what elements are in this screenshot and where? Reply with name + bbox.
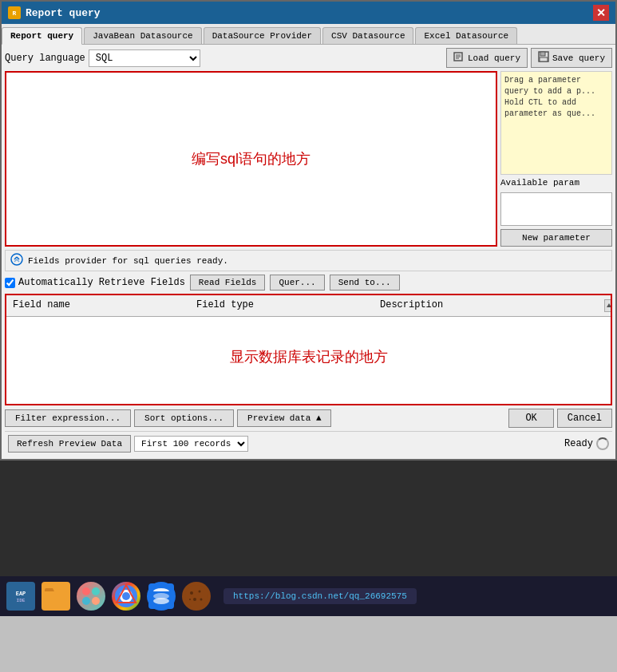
status-icon — [10, 253, 23, 268]
sort-options-button[interactable]: Sort options... — [134, 409, 234, 427]
taskbar-chrome-icon[interactable] — [112, 582, 140, 611]
tab-datasource-provider[interactable]: DataSource Provider — [204, 27, 321, 44]
editor-placeholder: 编写sql语句的地方 — [192, 149, 310, 168]
auto-retrieve-label: Automatically Retrieve Fields — [18, 277, 185, 288]
save-icon — [538, 51, 549, 65]
footer-bar: Refresh Preview Data First 100 records F… — [5, 431, 612, 456]
refresh-preview-button[interactable]: Refresh Preview Data — [8, 435, 131, 453]
auto-retrieve-row: Automatically Retrieve Fields — [5, 277, 185, 288]
taskbar-url: https://blog.csdn.net/qq_26692575 — [223, 588, 417, 604]
svg-point-31 — [153, 593, 169, 599]
status-text: Fields provider for sql queries ready. — [28, 256, 228, 266]
title-bar-left: R Report query — [8, 6, 101, 19]
params-list — [500, 192, 612, 226]
table-placeholder: 显示数据库表记录的地方 — [230, 347, 388, 366]
svg-line-11 — [17, 257, 19, 259]
available-params-label: Available param — [500, 178, 612, 188]
fields-toolbar: Automatically Retrieve Fields Read Field… — [5, 275, 612, 291]
save-query-button[interactable]: Save query — [531, 48, 612, 68]
svg-point-33 — [190, 591, 193, 595]
svg-marker-14 — [607, 303, 611, 307]
bottom-toolbar: Filter expression... Sort options... Pre… — [5, 409, 612, 428]
records-select[interactable]: First 100 records First 50 records All r… — [134, 436, 248, 452]
svg-text:R: R — [13, 10, 17, 17]
bottom-toolbar-right: OK Cancel — [508, 409, 612, 428]
cancel-button[interactable]: Cancel — [557, 409, 612, 428]
load-query-button[interactable]: Load query — [446, 48, 528, 68]
new-param-button[interactable]: New parameter — [500, 229, 612, 247]
app-icon: R — [8, 6, 21, 19]
send-to-button[interactable]: Send to... — [330, 275, 400, 291]
ok-button[interactable]: OK — [508, 409, 553, 428]
query-button[interactable]: Quer... — [270, 275, 324, 291]
load-icon — [453, 51, 465, 65]
tab-csv[interactable]: CSV Datasource — [322, 27, 413, 44]
svg-text:IDE: IDE — [17, 598, 26, 603]
spinner-icon — [596, 437, 609, 450]
right-panel: Drag a parameter query to add a p... Hol… — [500, 71, 612, 247]
hint-text: Drag a parameter query to add a p... Hol… — [504, 76, 595, 118]
col-description: Description — [374, 298, 598, 314]
svg-point-32 — [185, 585, 208, 607]
close-button[interactable]: ✕ — [593, 5, 609, 21]
toolbar-right: Load query Save query — [446, 48, 612, 68]
query-lang-row: Query language SQL HQL — [5, 48, 612, 68]
save-query-label: Save query — [552, 53, 605, 63]
query-lang-label: Query language — [5, 53, 85, 64]
preview-data-button[interactable]: Preview data ▲ — [237, 409, 331, 427]
svg-point-34 — [199, 591, 201, 593]
taskbar: EAP IDE — [0, 576, 617, 616]
title-bar: R Report query ✕ — [2, 2, 615, 24]
query-editor[interactable]: 编写sql语句的地方 — [5, 71, 497, 247]
svg-point-20 — [82, 587, 90, 595]
svg-rect-7 — [540, 52, 545, 56]
fields-table-header: Field name Field type Description — [6, 295, 611, 317]
tab-excel[interactable]: Excel Datasource — [415, 27, 517, 44]
auto-retrieve-checkbox[interactable] — [5, 278, 15, 288]
ready-label: Ready — [564, 438, 593, 449]
load-query-label: Load query — [468, 53, 520, 63]
query-lang-select[interactable]: SQL HQL — [89, 49, 200, 67]
svg-point-23 — [92, 597, 100, 605]
main-window: R Report query ✕ Report query JavaBean D… — [0, 0, 617, 461]
background-area: EAP IDE — [0, 461, 617, 616]
taskbar-cookie-icon[interactable] — [182, 582, 211, 611]
svg-point-37 — [189, 599, 191, 600]
content-area: Query language SQL HQL — [2, 45, 615, 459]
svg-point-35 — [193, 598, 196, 601]
svg-rect-8 — [540, 57, 548, 61]
read-fields-button[interactable]: Read Fields — [190, 275, 266, 291]
tab-bar: Report query JavaBean Datasource DataSou… — [2, 24, 615, 45]
tab-report-query[interactable]: Report query — [2, 27, 82, 45]
window-title: Report query — [26, 7, 101, 19]
svg-point-19 — [80, 585, 102, 607]
col-scroll — [598, 298, 611, 314]
tab-javabean[interactable]: JavaBean Datasource — [84, 27, 201, 44]
ready-status: Ready — [564, 437, 609, 450]
taskbar-apps-icon[interactable] — [77, 582, 105, 611]
taskbar-db-icon[interactable] — [147, 582, 176, 611]
taskbar-folder-icon[interactable] — [42, 582, 70, 611]
query-lang-left: Query language SQL HQL — [5, 49, 200, 67]
fields-table-body: 显示数据库表记录的地方 — [6, 317, 611, 397]
hint-box: Drag a parameter query to add a p... Hol… — [500, 71, 612, 175]
svg-line-13 — [17, 259, 19, 262]
svg-point-21 — [92, 587, 100, 595]
bottom-toolbar-left: Filter expression... Sort options... Pre… — [5, 409, 331, 427]
main-area: 编写sql语句的地方 Drag a parameter query to add… — [5, 71, 612, 247]
taskbar-ide-icon[interactable]: EAP IDE — [6, 582, 35, 611]
fields-table: Field name Field type Description 显示数据库表… — [5, 294, 612, 405]
col-field-type: Field type — [190, 298, 374, 314]
svg-point-36 — [200, 599, 203, 601]
svg-text:EAP: EAP — [16, 591, 26, 597]
filter-expression-button[interactable]: Filter expression... — [5, 409, 131, 427]
col-field-name: Field name — [6, 298, 190, 314]
svg-point-22 — [82, 597, 90, 605]
status-bar: Fields provider for sql queries ready. — [5, 250, 612, 271]
svg-rect-18 — [45, 591, 67, 606]
svg-point-26 — [122, 592, 130, 600]
